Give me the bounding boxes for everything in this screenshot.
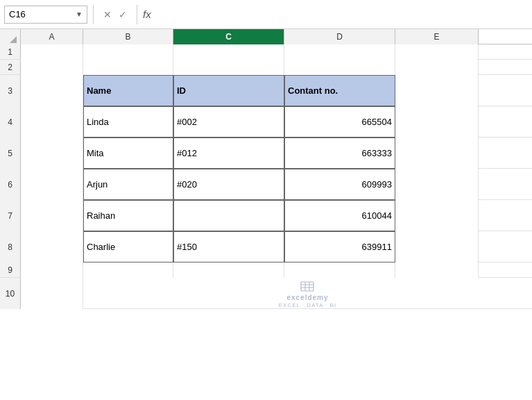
grid-row-3: 3 Name ID Contant no.: [0, 75, 532, 106]
cell-b1[interactable]: [83, 44, 173, 60]
cell-c1[interactable]: [173, 44, 284, 60]
col-header-b[interactable]: B: [83, 29, 173, 44]
row-header-2: 2: [0, 60, 21, 74]
cell-c2[interactable]: [173, 60, 284, 75]
cell-e2[interactable]: [395, 60, 479, 75]
cell-e8[interactable]: [395, 231, 479, 262]
cell-b6[interactable]: Arjun: [83, 169, 173, 200]
cell-c9[interactable]: [173, 262, 284, 278]
row-header-7: 7: [0, 200, 21, 231]
cell-c6[interactable]: #020: [173, 169, 284, 200]
name-box-arrow-icon[interactable]: ▼: [76, 10, 83, 18]
grid-row-10: 10 exceldemy EXCEL · DATA · BI: [0, 278, 532, 309]
formula-bar: C16 ▼ ✕ ✓ fx: [0, 0, 532, 29]
grid-row-7: 7 Raihan 610044: [0, 200, 532, 231]
col-header-c[interactable]: C: [173, 29, 284, 44]
cell-c8[interactable]: #150: [173, 231, 284, 262]
row-header-10: 10: [0, 278, 21, 309]
cell-b4[interactable]: Linda: [83, 106, 173, 138]
col-header-e[interactable]: E: [395, 29, 479, 44]
formula-bar-divider2: [137, 5, 137, 24]
cell-a3[interactable]: [21, 75, 83, 106]
cell-a6[interactable]: [21, 169, 83, 200]
row-header-6: 6: [0, 169, 21, 200]
cell-e1[interactable]: [395, 44, 479, 60]
grid-row-2: 2: [0, 60, 532, 75]
grid-row-9: 9: [0, 262, 532, 278]
cancel-icon[interactable]: ✕: [103, 9, 112, 20]
cell-b7[interactable]: Raihan: [83, 200, 173, 231]
cell-d1[interactable]: [284, 44, 395, 60]
name-box[interactable]: C16 ▼: [4, 6, 87, 24]
cell-e3[interactable]: [395, 75, 479, 106]
row-header-8: 8: [0, 231, 21, 262]
corner-cell: [0, 29, 21, 44]
cell-a4[interactable]: [21, 106, 83, 138]
watermark-tagline: EXCEL · DATA · BI: [279, 302, 337, 308]
cell-a8[interactable]: [21, 231, 83, 262]
cell-d9[interactable]: [284, 262, 395, 278]
cell-b9[interactable]: [83, 262, 173, 278]
cell-c7[interactable]: [173, 200, 284, 231]
cell-e5[interactable]: [395, 138, 479, 169]
row-header-5: 5: [0, 138, 21, 169]
cell-b5[interactable]: Mita: [83, 138, 173, 169]
cell-a10[interactable]: [21, 278, 83, 309]
corner-triangle-icon: [10, 36, 17, 43]
cell-d5[interactable]: 663333: [284, 138, 395, 169]
grid-row-8: 8 Charlie #150 639911: [0, 231, 532, 262]
cell-e4[interactable]: [395, 106, 479, 138]
cell-a7[interactable]: [21, 200, 83, 231]
svg-rect-0: [301, 282, 314, 291]
watermark-site: exceldemy: [286, 294, 328, 301]
cell-d6[interactable]: 609993: [284, 169, 395, 200]
col-header-a[interactable]: A: [21, 29, 83, 44]
fx-label: fx: [143, 8, 151, 20]
grid-row-1: 1: [0, 44, 532, 60]
formula-bar-icons: ✕ ✓: [103, 9, 127, 20]
watermark-area: exceldemy EXCEL · DATA · BI: [83, 278, 532, 309]
cell-b2[interactable]: [83, 60, 173, 75]
cell-d7[interactable]: 610044: [284, 200, 395, 231]
row-header-4: 4: [0, 106, 21, 138]
grid-row-4: 4 Linda #002 665504: [0, 106, 532, 138]
watermark-content: exceldemy EXCEL · DATA · BI: [279, 279, 337, 308]
col-headers-row: A B C D E: [0, 29, 532, 44]
exceldemy-logo-icon: [300, 279, 315, 293]
col-header-d[interactable]: D: [284, 29, 395, 44]
cell-a2[interactable]: [21, 60, 83, 75]
cell-a5[interactable]: [21, 138, 83, 169]
row-header-3: 3: [0, 75, 21, 106]
cell-d8[interactable]: 639911: [284, 231, 395, 262]
row-header-1: 1: [0, 44, 21, 59]
cell-d4[interactable]: 665504: [284, 106, 395, 138]
formula-input[interactable]: [157, 6, 528, 24]
grid-row-5: 5 Mita #012 663333: [0, 138, 532, 169]
cell-c5[interactable]: #012: [173, 138, 284, 169]
cell-d2[interactable]: [284, 60, 395, 75]
cell-e9[interactable]: [395, 262, 479, 278]
cell-e7[interactable]: [395, 200, 479, 231]
spreadsheet: A B C D E 1 2 3 Name ID Contant no. 4 Li…: [0, 29, 532, 309]
confirm-icon[interactable]: ✓: [119, 9, 127, 20]
cell-a9[interactable]: [21, 262, 83, 278]
grid-row-6: 6 Arjun #020 609993: [0, 169, 532, 200]
formula-bar-divider: [93, 5, 94, 24]
row-header-9: 9: [0, 262, 21, 277]
name-box-value: C16: [9, 9, 26, 19]
cell-d3[interactable]: Contant no.: [284, 75, 395, 106]
cell-c3[interactable]: ID: [173, 75, 284, 106]
cell-b3[interactable]: Name: [83, 75, 173, 106]
cell-b8[interactable]: Charlie: [83, 231, 173, 262]
cell-a1[interactable]: [21, 44, 83, 60]
cell-e6[interactable]: [395, 169, 479, 200]
cell-c4[interactable]: #002: [173, 106, 284, 138]
